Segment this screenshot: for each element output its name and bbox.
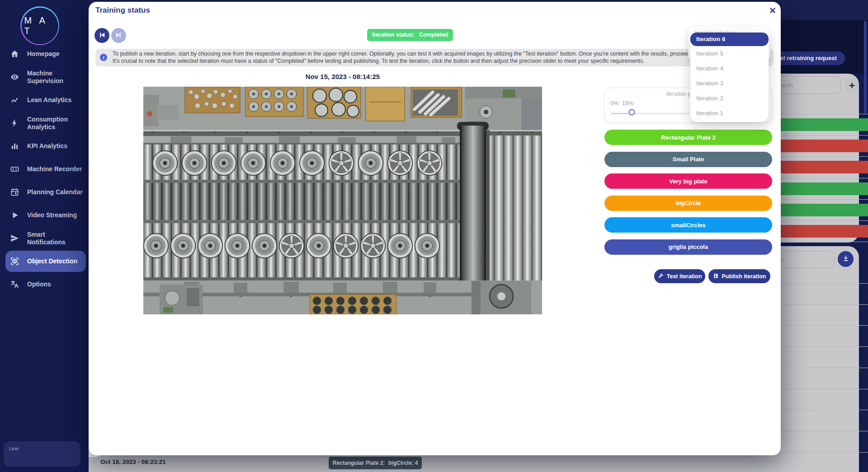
sidebar-nav: Homepage Machine Supervision Lean Analyt…	[0, 42, 89, 296]
close-icon[interactable]: ✕	[767, 5, 778, 16]
sidebar-item-video-streaming[interactable]: Video Streaming	[0, 204, 89, 227]
sidebar-item-homepage[interactable]: Homepage	[0, 42, 89, 65]
save-icon	[713, 273, 719, 280]
sidebar-item-label: Machine Supervision	[27, 70, 84, 84]
skip-previous-icon	[98, 31, 106, 40]
sidebar-item-label: KPI Analytics	[27, 142, 84, 150]
translate-icon	[10, 279, 21, 290]
sidebar-item-lean-analytics[interactable]: Lean Analytics	[0, 89, 89, 112]
bolt-icon	[10, 118, 21, 129]
sidebar: M A T Homepage Machine Supervision Lean …	[0, 0, 89, 472]
bar-chart-icon	[10, 141, 21, 152]
calendar-icon	[10, 187, 21, 198]
app-logo: M A T	[20, 6, 59, 45]
iteration-dropdown-menu: Iteration 6Iteration 5Iteration 4Iterati…	[690, 33, 769, 122]
page-scrollbar[interactable]	[864, 21, 867, 113]
sidebar-item-label: Options	[27, 280, 84, 288]
iteration-status-badge: Iteration status: Completed	[367, 29, 453, 41]
trend-icon	[10, 95, 21, 106]
sidebar-item-label: Homepage	[27, 50, 84, 57]
test-iteration-label: Test iteration	[667, 273, 702, 280]
sidebar-item-kpi-analytics[interactable]: KPI Analytics	[0, 135, 89, 158]
sidebar-item-label: Machine Recorder	[27, 165, 84, 173]
label-color-chip	[776, 225, 868, 238]
publish-iteration-label: Publish iteration	[722, 273, 766, 280]
capture-date: Nov 15, 2023 - 08:14:25	[143, 73, 542, 80]
download-button[interactable]	[838, 251, 854, 267]
recorder-icon	[10, 164, 21, 175]
dropdown-option[interactable]: Iteration 6	[690, 33, 769, 46]
sidebar-item-object-detection[interactable]: Object Detection	[0, 250, 89, 273]
label-color-chip	[776, 161, 868, 173]
label-color-chip	[776, 182, 868, 195]
sidebar-item-machine-supervision[interactable]: Machine Supervision	[0, 65, 89, 89]
home-icon	[10, 49, 21, 60]
detection-label-pill[interactable]: smallCircles	[604, 217, 772, 233]
object-detection-icon	[10, 256, 21, 267]
next-image-button[interactable]	[111, 28, 126, 43]
detection-label-pill[interactable]: griglia piccola	[604, 239, 772, 255]
training-status-modal: Training status ✕ Iteration status: Comp…	[89, 2, 781, 455]
status-value: Completed	[419, 29, 448, 41]
sidebar-item-machine-recorder[interactable]: Machine Recorder	[0, 158, 89, 181]
sidebar-item-planning-calendar[interactable]: Planning Calendar	[0, 181, 89, 204]
slider-min-label: 0%	[610, 100, 618, 107]
sidebar-item-label: Object Detection	[27, 257, 84, 265]
sidebar-item-smart-notifications[interactable]: Smart Notifications	[0, 227, 89, 250]
info-icon: i	[100, 54, 107, 61]
precision-slider-thumb[interactable]	[628, 109, 635, 116]
modal-title: Training status	[95, 6, 150, 15]
detection-count-badge: bigCircle: 4	[384, 457, 422, 469]
slider-value-label: 15%	[622, 100, 633, 107]
detection-label-pill[interactable]: bigCircle	[604, 196, 772, 211]
dropdown-option[interactable]: Iteration 5	[690, 46, 769, 61]
detection-label-pill[interactable]: Small Plate	[604, 152, 772, 167]
detection-label-pill[interactable]: Rectangular Plate 2	[604, 130, 772, 145]
sidebar-item-options[interactable]: Options	[0, 273, 89, 296]
dropdown-option[interactable]: Iteration 4	[690, 61, 769, 76]
detection-label-pill[interactable]: Very big plate	[604, 173, 772, 189]
previous-image-button[interactable]	[94, 28, 109, 43]
line-box[interactable]: Line	[4, 441, 80, 467]
test-iteration-button[interactable]: Test iteration	[654, 269, 705, 283]
skip-next-icon	[115, 31, 123, 40]
sidebar-item-label: Video Streaming	[27, 211, 84, 219]
dropdown-option[interactable]: Iteration 1	[690, 106, 769, 121]
sidebar-item-label: Consumption Analytics	[27, 116, 84, 130]
label-color-chip	[776, 140, 868, 152]
training-image	[143, 87, 542, 314]
sidebar-item-consumption-analytics[interactable]: Consumption Analytics	[0, 112, 89, 135]
sidebar-item-label: Planning Calendar	[27, 188, 84, 196]
sidebar-item-label: Smart Notifications	[27, 231, 84, 245]
line-box-label: Line	[9, 446, 19, 451]
eye-icon	[10, 72, 21, 83]
label-color-chip	[776, 204, 868, 216]
play-icon	[10, 210, 21, 221]
dropdown-option[interactable]: Iteration 2	[690, 91, 769, 106]
label-color-chip	[776, 118, 868, 131]
info-banner: i To publish a new iteration, start by c…	[95, 49, 774, 66]
wrench-icon	[658, 273, 664, 280]
info-text: To publish a new iteration, start by cho…	[113, 51, 734, 65]
app-screen: Send model retraining request +	[0, 0, 868, 472]
add-label-button[interactable]: +	[845, 79, 859, 93]
send-icon	[10, 233, 21, 244]
download-icon	[842, 255, 849, 263]
dropdown-option[interactable]: Iteration 3	[690, 76, 769, 91]
detection-count-badge: Rectangular Plate 2: 4	[329, 457, 393, 469]
app-logo-text: M A T	[22, 8, 58, 44]
sidebar-item-label: Lean Analytics	[27, 96, 84, 103]
image-capture-date: Oct 18, 2023 - 08:23:21	[100, 458, 166, 465]
publish-iteration-button[interactable]: Publish iteration	[708, 269, 770, 283]
status-label: Iteration status:	[372, 29, 415, 41]
